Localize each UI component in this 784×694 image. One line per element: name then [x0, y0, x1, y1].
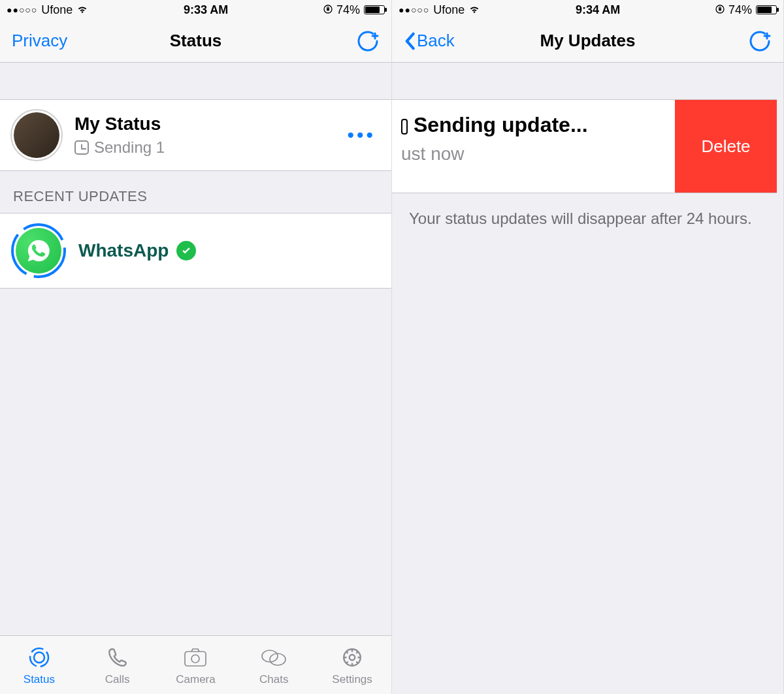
lock-icon — [323, 3, 333, 17]
svg-rect-12 — [719, 8, 721, 10]
tab-bar: Status Calls Camera Chats Settings — [0, 635, 391, 694]
chevron-left-icon — [404, 32, 416, 50]
tab-label: Calls — [105, 673, 130, 686]
my-status-cell[interactable]: My Status Sending 1 ••• — [0, 99, 391, 171]
signal-icon: ●●○○○ — [399, 5, 429, 15]
whatsapp-name: WhatsApp — [78, 240, 169, 261]
lock-icon — [715, 3, 725, 17]
compose-status-icon[interactable] — [748, 29, 772, 53]
camera-tab-icon — [182, 644, 208, 670]
screen-status: ●●○○○ Ufone 9:33 AM 74% Privacy Status — [0, 0, 392, 694]
status-update-row[interactable]: Sending update... ust now Delete — [392, 99, 777, 193]
svg-point-3 — [30, 648, 48, 667]
status-update-content: Sending update... ust now — [392, 100, 675, 193]
tab-calls[interactable]: Calls — [78, 636, 157, 694]
status-bar: ●●○○○ Ufone 9:34 AM 74% — [392, 0, 783, 20]
svg-point-4 — [34, 652, 44, 663]
update-title: Sending update... — [401, 113, 664, 137]
tab-label: Settings — [332, 673, 372, 686]
whatsapp-status-cell[interactable]: WhatsApp — [0, 213, 391, 289]
settings-tab-icon — [339, 644, 365, 670]
tab-label: Status — [24, 673, 55, 686]
more-icon[interactable]: ••• — [347, 124, 381, 146]
my-status-title: My Status — [74, 114, 335, 134]
delete-button[interactable]: Delete — [675, 100, 777, 193]
status-bar-time: 9:33 AM — [184, 3, 228, 17]
page-title: My Updates — [540, 31, 636, 51]
tab-label: Camera — [176, 673, 215, 686]
chats-tab-icon — [261, 644, 287, 670]
svg-rect-5 — [185, 652, 206, 666]
status-bar-right: 74% — [323, 3, 385, 17]
whatsapp-name-row: WhatsApp — [78, 240, 196, 261]
status-bar-time: 9:34 AM — [576, 3, 620, 17]
verified-icon — [176, 241, 196, 260]
spacer — [392, 63, 783, 99]
battery-icon — [364, 5, 385, 14]
back-label: Back — [417, 31, 455, 51]
update-title-text: Sending update... — [414, 113, 588, 136]
spacer — [0, 63, 391, 99]
content: My Status Sending 1 ••• RECENT UPDATES W… — [0, 63, 391, 635]
svg-point-2 — [12, 225, 65, 277]
status-bar-right: 74% — [715, 3, 777, 17]
nav-bar: Privacy Status — [0, 20, 391, 63]
tab-chats[interactable]: Chats — [235, 636, 313, 694]
tab-label: Chats — [259, 673, 288, 686]
calls-tab-icon — [105, 644, 131, 670]
wifi-icon — [76, 3, 88, 17]
svg-rect-1 — [327, 8, 329, 10]
whatsapp-avatar-ring — [10, 223, 67, 279]
my-status-avatar — [10, 109, 63, 161]
compose-status-icon[interactable] — [356, 29, 380, 53]
wifi-icon — [468, 3, 480, 17]
status-tab-icon — [26, 644, 52, 670]
my-status-subtext: Sending 1 — [94, 138, 165, 157]
nav-bar: Back My Updates — [392, 20, 783, 63]
my-status-subtitle: Sending 1 — [74, 138, 335, 157]
footer-note: Your status updates will disappear after… — [392, 193, 783, 245]
status-bar-left: ●●○○○ Ufone — [399, 3, 480, 17]
signal-icon: ●●○○○ — [7, 5, 37, 15]
battery-percent: 74% — [336, 3, 360, 17]
section-recent-updates: RECENT UPDATES — [0, 171, 391, 213]
svg-point-6 — [191, 655, 199, 663]
svg-point-10 — [350, 654, 355, 660]
content: Sending update... ust now Delete Your st… — [392, 63, 783, 694]
tab-settings[interactable]: Settings — [313, 636, 391, 694]
status-bar-left: ●●○○○ Ufone — [7, 3, 88, 17]
my-status-text: My Status Sending 1 — [74, 114, 335, 157]
privacy-button[interactable]: Privacy — [12, 31, 67, 51]
tab-status[interactable]: Status — [0, 636, 78, 694]
update-subtitle: ust now — [401, 144, 664, 165]
carrier-label: Ufone — [41, 3, 73, 17]
back-button[interactable]: Back — [404, 31, 455, 51]
clock-icon — [74, 140, 89, 155]
battery-icon — [756, 5, 777, 14]
status-bar: ●●○○○ Ufone 9:33 AM 74% — [0, 0, 391, 20]
page-title: Status — [170, 31, 221, 51]
tab-camera[interactable]: Camera — [157, 636, 235, 694]
delete-label: Delete — [701, 136, 750, 157]
screen-my-updates: ●●○○○ Ufone 9:34 AM 74% Back My Updates — [392, 0, 784, 694]
carrier-label: Ufone — [433, 3, 465, 17]
battery-percent: 74% — [728, 3, 752, 17]
